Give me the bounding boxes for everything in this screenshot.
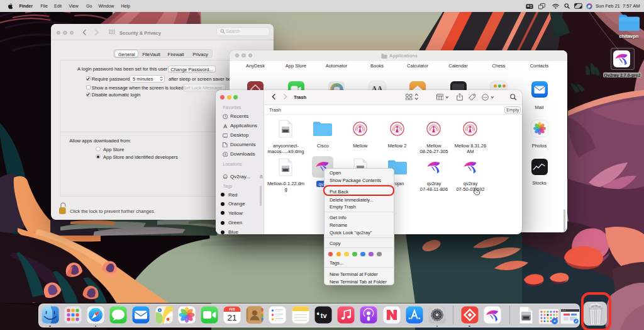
svg-text:FEB: FEB — [230, 307, 236, 310]
svg-text:tv: tv — [321, 311, 328, 319]
svg-text:21: 21 — [228, 312, 237, 322]
